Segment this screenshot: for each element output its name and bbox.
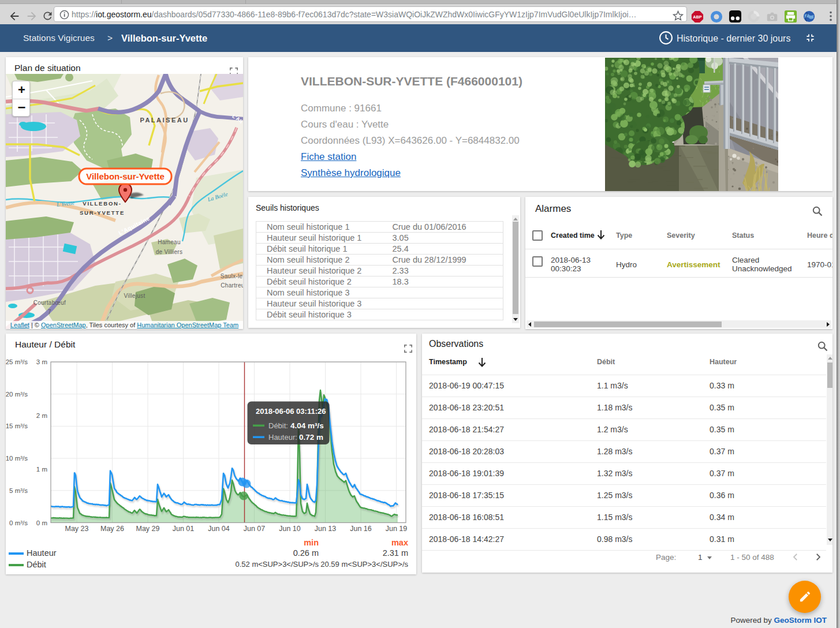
svg-text:Jun 19: Jun 19 bbox=[386, 525, 408, 533]
svg-text:2018-06-06 03:11:26: 2018-06-06 03:11:26 bbox=[256, 407, 326, 416]
svg-text:0 m: 0 m bbox=[36, 519, 47, 526]
svg-text:May 29: May 29 bbox=[136, 525, 160, 533]
svg-text:May 23: May 23 bbox=[65, 525, 89, 533]
svg-text:Villebon-sur-Yvette: Villebon-sur-Yvette bbox=[86, 171, 165, 181]
svg-text:2 m: 2 m bbox=[36, 412, 47, 419]
svg-text:1 m: 1 m bbox=[36, 466, 47, 473]
svg-text:Villejust: Villejust bbox=[124, 293, 145, 299]
svg-text:4.04 m³/s: 4.04 m³/s bbox=[290, 421, 324, 430]
svg-text:15 m³/s: 15 m³/s bbox=[6, 423, 28, 429]
svg-text:May 26: May 26 bbox=[100, 525, 124, 533]
svg-text:Jun 13: Jun 13 bbox=[315, 525, 337, 533]
svg-text:Jun 16: Jun 16 bbox=[350, 525, 372, 533]
svg-text:0 m³/s: 0 m³/s bbox=[9, 519, 28, 526]
svg-text:20 m³/s: 20 m³/s bbox=[6, 391, 28, 398]
svg-text:SUR-YVETTE: SUR-YVETTE bbox=[80, 210, 125, 216]
svg-text:PALAISEAU: PALAISEAU bbox=[140, 117, 189, 124]
svg-text:Saulx-le: Saulx-le bbox=[221, 273, 243, 279]
svg-text:Jun 04: Jun 04 bbox=[208, 525, 230, 533]
svg-text:25 m³/s: 25 m³/s bbox=[6, 358, 28, 365]
svg-text:7: 7 bbox=[48, 309, 51, 315]
svg-text:ABP: ABP bbox=[693, 14, 702, 20]
svg-text:Chartreu: Chartreu bbox=[221, 282, 243, 289]
svg-text:5 m³/s: 5 m³/s bbox=[9, 487, 28, 494]
svg-text:0.72 m: 0.72 m bbox=[299, 433, 323, 442]
svg-text:Jun 07: Jun 07 bbox=[244, 525, 266, 533]
svg-text:3 m: 3 m bbox=[36, 358, 47, 365]
svg-text:Jun 10: Jun 10 bbox=[279, 525, 301, 533]
svg-text:Hameau: Hameau bbox=[158, 239, 181, 245]
svg-text:VILLEBON-: VILLEBON- bbox=[83, 200, 121, 207]
svg-text:Courtabœuf: Courtabœuf bbox=[33, 300, 66, 306]
svg-text:Débit:: Débit: bbox=[268, 421, 288, 430]
svg-text:Jun 01: Jun 01 bbox=[173, 525, 195, 533]
svg-text:de Villiers: de Villiers bbox=[156, 249, 182, 255]
svg-text:Hauteur:: Hauteur: bbox=[268, 433, 297, 442]
svg-text:10 m³/s: 10 m³/s bbox=[6, 455, 28, 462]
